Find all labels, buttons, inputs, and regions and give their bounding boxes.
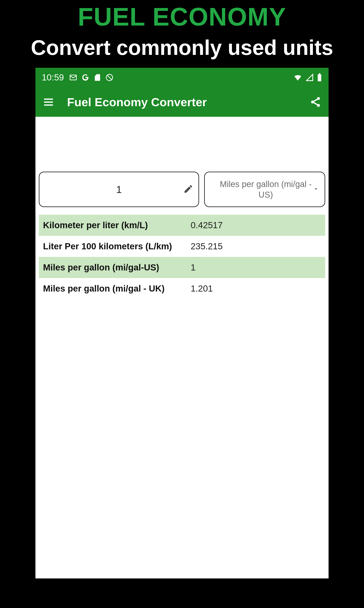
results-list: Kilometer per liter (km/L) 0.42517 Liter… <box>39 215 325 299</box>
svg-rect-2 <box>318 74 321 81</box>
list-item: Miles per gallon (mi/gal-US) 1 <box>39 257 325 278</box>
status-bar: 10:59 <box>35 68 329 87</box>
list-item-value: 1 <box>191 262 195 272</box>
svg-point-8 <box>311 100 314 103</box>
promo-title: FUEL ECONOMY <box>78 2 286 31</box>
unit-label: Miles per gallon (mi/gal - US) <box>212 179 320 200</box>
promo-subtitle: Convert commonly used units <box>31 35 333 60</box>
list-item-value: 1.201 <box>191 284 213 294</box>
chevron-down-icon <box>312 185 320 193</box>
unit-select[interactable]: Miles per gallon (mi/gal - US) <box>204 172 325 207</box>
menu-icon[interactable] <box>43 96 54 108</box>
mail-icon <box>69 73 78 82</box>
content-area: 1 Miles per gallon (mi/gal - US) Kilomet… <box>35 117 329 579</box>
status-time: 10:59 <box>42 72 64 82</box>
value-input[interactable]: 1 <box>39 172 199 207</box>
svg-rect-3 <box>319 73 320 74</box>
list-item: Kilometer per liter (km/L) 0.42517 <box>39 215 325 236</box>
battery-icon <box>317 73 322 82</box>
svg-point-7 <box>317 97 320 100</box>
list-item-label: Liter Per 100 kilometers (L/km) <box>43 241 191 251</box>
wifi-icon <box>293 73 302 82</box>
list-item-value: 235.215 <box>191 241 223 251</box>
no-sync-icon <box>105 73 114 82</box>
list-item: Miles per gallon (mi/gal - UK) 1.201 <box>39 278 325 299</box>
svg-point-9 <box>317 104 320 107</box>
signal-icon <box>305 73 314 82</box>
value-text: 1 <box>46 184 192 195</box>
list-item-label: Kilometer per liter (km/L) <box>43 220 191 230</box>
svg-rect-5 <box>44 102 53 103</box>
share-icon[interactable] <box>310 96 321 108</box>
svg-rect-4 <box>44 99 53 100</box>
sd-card-icon <box>93 73 102 81</box>
list-item-value: 0.42517 <box>191 220 223 230</box>
app-title: Fuel Economy Converter <box>67 95 310 109</box>
list-item-label: Miles per gallon (mi/gal-US) <box>43 262 191 272</box>
app-bar: Fuel Economy Converter <box>35 87 329 117</box>
edit-icon[interactable] <box>183 184 193 195</box>
google-icon <box>81 73 90 82</box>
list-item-label: Miles per gallon (mi/gal - UK) <box>43 284 191 294</box>
list-item: Liter Per 100 kilometers (L/km) 235.215 <box>39 236 325 257</box>
phone-frame: 10:59 <box>35 68 329 579</box>
svg-rect-6 <box>44 105 53 106</box>
